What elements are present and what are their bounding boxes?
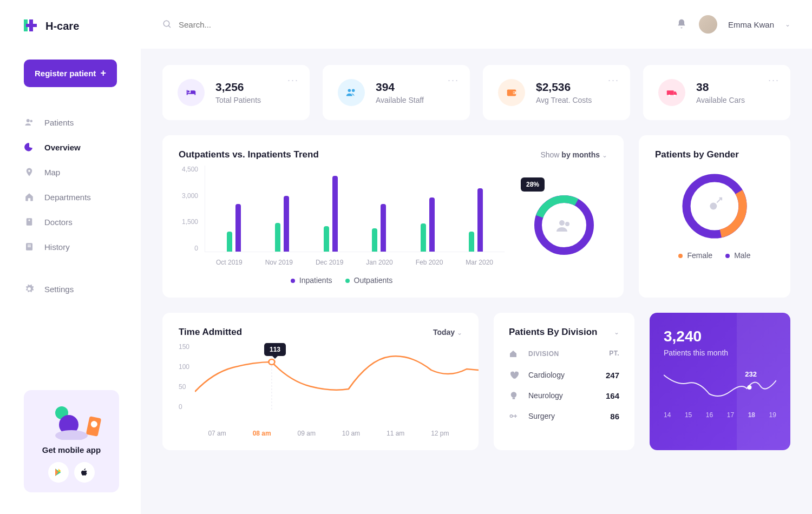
staff-icon xyxy=(338,79,365,106)
stat-value: 3,256 xyxy=(215,81,261,94)
notifications-icon[interactable] xyxy=(676,18,688,30)
sidebar-item-label: Doctors xyxy=(44,218,73,227)
svg-point-14 xyxy=(55,430,88,440)
more-icon[interactable]: ··· xyxy=(287,75,299,86)
svg-point-21 xyxy=(352,89,355,93)
pt-col: PT. xyxy=(609,350,619,358)
register-label: Register patient xyxy=(35,69,96,78)
sidebar-item-label: Overview xyxy=(44,143,81,152)
card-title: Patients by Gender xyxy=(655,149,739,160)
svg-point-5 xyxy=(28,170,30,172)
svg-point-37 xyxy=(269,359,274,365)
more-icon[interactable]: ··· xyxy=(608,75,619,86)
stat-value: 38 xyxy=(696,81,745,94)
stat-avg-cost: ··· $2,536Avg Treat. Costs xyxy=(483,65,630,120)
home-icon xyxy=(24,192,35,202)
svg-point-38 xyxy=(511,392,517,398)
chevron-down-icon: ⌄ xyxy=(457,329,462,337)
brand-name: H-care xyxy=(45,20,79,32)
stat-value: $2,536 xyxy=(536,81,592,94)
division-card: Patients By Division⌄ DIVISIONPT. Cardio… xyxy=(494,313,634,450)
surgery-icon xyxy=(509,411,520,421)
map-pin-icon xyxy=(24,167,35,177)
user-name: Emma Kwan xyxy=(728,20,774,29)
sidebar-item-doctors[interactable]: Doctors xyxy=(24,209,141,234)
stat-available-cars: ··· 38Available Cars xyxy=(643,65,790,120)
promo-title: Get mobile app xyxy=(34,445,109,454)
stat-label: Available Staff xyxy=(376,96,424,104)
sidebar-item-label: Patients xyxy=(44,118,74,127)
avatar[interactable] xyxy=(699,15,717,34)
month-label: Patients this month xyxy=(664,348,776,357)
table-row[interactable]: Surgery86 xyxy=(494,406,634,426)
table-row[interactable]: Neurology164 xyxy=(494,385,634,406)
logo-icon xyxy=(24,19,39,32)
more-icon[interactable]: ··· xyxy=(768,75,780,86)
sidebar-item-label: Map xyxy=(44,168,60,177)
sidebar: H-care Register patient + Patients Overv… xyxy=(0,0,141,514)
stat-label: Total Patients xyxy=(215,96,261,104)
sidebar-item-map[interactable]: Map xyxy=(24,160,141,184)
trend-bar-chart: 4,5003,0001,5000 Oct 2019Nov 2019Dec 201… xyxy=(179,166,505,285)
sidebar-item-label: Settings xyxy=(44,285,74,294)
svg-point-30 xyxy=(559,220,565,226)
card-title: Patients By Division xyxy=(509,327,597,338)
sidebar-item-patients[interactable]: Patients xyxy=(24,110,141,135)
register-patient-button[interactable]: Register patient + xyxy=(24,60,117,87)
svg-rect-10 xyxy=(28,245,31,246)
time-admitted-card: Time Admitted Today ⌄ 113 150100500 xyxy=(162,313,479,450)
month-point: 232 xyxy=(745,370,757,378)
logo: H-care xyxy=(24,19,141,32)
more-icon[interactable]: ··· xyxy=(448,75,459,86)
chevron-down-icon[interactable]: ⌄ xyxy=(614,328,619,336)
svg-rect-2 xyxy=(26,24,37,27)
app-store-button[interactable] xyxy=(74,462,95,483)
svg-rect-25 xyxy=(667,90,674,95)
division-col: DIVISION xyxy=(528,350,559,358)
time-filter[interactable]: Today ⌄ xyxy=(433,328,462,337)
svg-point-31 xyxy=(565,222,569,226)
sidebar-item-history[interactable]: History xyxy=(24,234,141,259)
stat-available-staff: ··· 394Available Staff xyxy=(323,65,470,120)
search-icon xyxy=(162,19,172,29)
stat-label: Avg Treat. Costs xyxy=(536,96,592,104)
bed-icon xyxy=(178,79,205,106)
card-title: Time Admitted xyxy=(179,327,242,338)
legend-male: Male xyxy=(725,251,750,260)
search-input[interactable] xyxy=(179,20,665,29)
svg-line-35 xyxy=(717,198,722,203)
time-line-chart: 113 150100500 xyxy=(179,343,462,424)
plus-icon: + xyxy=(100,68,106,79)
sidebar-item-overview[interactable]: Overview xyxy=(24,135,141,160)
card-title: Outpatients vs. Inpatients Trend xyxy=(179,149,319,160)
home-icon xyxy=(509,350,520,358)
month-value: 3,240 xyxy=(664,328,776,345)
svg-point-3 xyxy=(27,119,30,122)
gear-icon xyxy=(24,284,35,294)
stat-value: 394 xyxy=(376,81,424,94)
svg-rect-8 xyxy=(29,220,30,221)
svg-point-26 xyxy=(669,95,671,97)
google-play-button[interactable] xyxy=(48,462,69,483)
gender-donut xyxy=(679,171,750,241)
svg-point-27 xyxy=(674,95,676,97)
svg-line-18 xyxy=(168,25,171,28)
doctor-icon xyxy=(24,216,35,227)
trend-filter[interactable]: Show by months ⌄ xyxy=(540,150,607,159)
table-row[interactable]: Cardiology247 xyxy=(494,365,634,385)
sidebar-item-label: History xyxy=(44,242,70,252)
chevron-down-icon[interactable]: ⌄ xyxy=(785,21,790,28)
svg-point-34 xyxy=(710,203,717,210)
svg-point-17 xyxy=(163,21,169,27)
sidebar-item-departments[interactable]: Departments xyxy=(24,184,141,209)
search-field[interactable] xyxy=(162,19,665,29)
trend-card: Outpatients vs. Inpatients Trend Show by… xyxy=(162,135,624,298)
patients-icon xyxy=(24,117,35,128)
svg-rect-6 xyxy=(27,218,32,226)
wallet-icon xyxy=(498,79,525,106)
line-tooltip: 113 xyxy=(264,343,286,356)
svg-point-42 xyxy=(748,385,752,390)
svg-point-4 xyxy=(30,120,33,123)
sidebar-item-settings[interactable]: Settings xyxy=(24,276,141,301)
trend-donut: 28% xyxy=(521,166,607,285)
